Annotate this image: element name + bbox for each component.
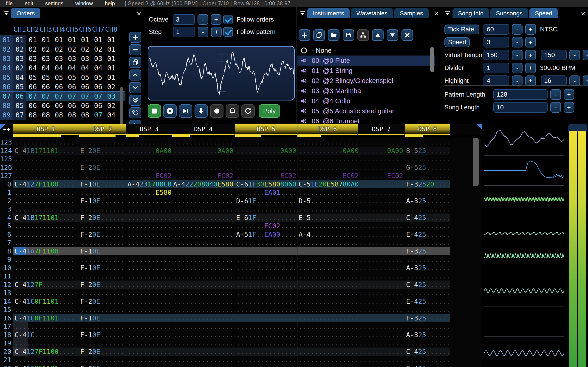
channel-header-1[interactable]: DSP 1 — [13, 124, 79, 134]
window-menu-icon[interactable] — [443, 9, 452, 18]
channel-header-5[interactable]: DSP 5 — [235, 124, 297, 134]
divider-input[interactable]: 1 — [484, 63, 509, 73]
orders-grid[interactable]: 00 CH1CH2CH3CH4CH5CH6CH7CH8 010101010101… — [0, 25, 125, 120]
pattern-row-14[interactable]: 14C-41C0F1101....F-20E..................… — [0, 297, 482, 306]
poly-mono-toggle-button[interactable]: Poly — [259, 104, 280, 118]
pattern-row-22[interactable]: 22C-41C0F1101....F-20E..................… — [0, 364, 482, 367]
record-button[interactable] — [210, 104, 224, 118]
duplicate-to-end-button[interactable] — [129, 95, 141, 106]
instrument-list[interactable]: - None -00: @0 Flute01: @1 String02: @2 … — [297, 45, 435, 126]
close-instruments-icon[interactable]: × — [432, 9, 441, 18]
instrument-item-02[interactable]: 02: @2 Blingy/Glockenspiel — [297, 76, 435, 86]
orders-row-06[interactable]: 060506060606060602 — [0, 82, 125, 92]
tab-samples[interactable]: Samples — [394, 8, 429, 18]
tab-instruments[interactable]: Instruments — [307, 8, 350, 18]
orders-row-02[interactable]: 020202020202020201 — [0, 44, 125, 54]
orders-row-03[interactable]: 030303030303030301 — [0, 54, 125, 63]
instrument-item-04[interactable]: 04: @4 Cello — [297, 96, 435, 106]
pattern-row-127[interactable]: 127.................................EC02… — [0, 172, 482, 180]
step-input[interactable]: 1 — [173, 27, 195, 37]
toggle-folders-button[interactable] — [357, 29, 369, 41]
orders-row-09[interactable]: 090708080808080704 — [0, 110, 125, 120]
pattern-length-increase-button[interactable]: + — [564, 89, 574, 100]
instrument-item-none[interactable]: - None - — [297, 45, 435, 56]
repeat-pattern-button[interactable] — [242, 104, 255, 118]
orders-row-07[interactable]: 070607070707070703 — [0, 92, 125, 101]
pattern-row-4[interactable]: 4C-41B171101....F-20E...................… — [0, 214, 482, 222]
pattern-editor[interactable]: ++ DSP 1DSP 2DSP 3DSP 4DSP 5DSP 6DSP 7DS… — [0, 124, 482, 367]
add-instrument-button[interactable] — [299, 29, 310, 41]
speed-input[interactable]: 3 — [484, 37, 509, 48]
tab-song-info[interactable]: Song Info — [452, 8, 489, 18]
deep-clone-button[interactable] — [129, 107, 141, 118]
pattern-row-3[interactable]: 3.......................................… — [0, 205, 482, 214]
pattern-row-5[interactable]: 5.......................................… — [0, 222, 482, 230]
tick-rate-increase-button[interactable]: + — [525, 24, 536, 35]
orders-row-01[interactable]: 010101010101010101 — [0, 35, 125, 44]
highlight-second-decrease-button[interactable]: - — [569, 75, 580, 86]
instrument-item-01[interactable]: 01: @1 String — [297, 66, 435, 76]
pattern-row-19[interactable]: 19......................................… — [0, 339, 482, 348]
pattern-row-7[interactable]: 7.......................................… — [0, 239, 482, 247]
instrument-list-scrollbar[interactable] — [430, 47, 434, 72]
pattern-row-124[interactable]: 124C-41B171101....E-20E.............0A00… — [0, 147, 482, 155]
pattern-row-2[interactable]: 2...............F-10E...................… — [0, 197, 482, 205]
follow-orders-checkbox[interactable] — [223, 15, 233, 24]
menu-window[interactable]: window — [69, 0, 99, 6]
menu-help[interactable]: help — [99, 0, 121, 6]
highlight-second-increase-button[interactable]: + — [583, 75, 588, 86]
stop-button[interactable] — [148, 104, 161, 118]
pattern-row-6[interactable]: 6...............F-20E...................… — [0, 230, 482, 239]
move-instrument-up-button[interactable] — [372, 29, 384, 41]
pattern-row-21[interactable]: 21......................................… — [0, 356, 482, 364]
speed-decrease-button[interactable]: - — [512, 37, 523, 48]
pattern-row-15[interactable]: 15......................................… — [0, 306, 482, 314]
remove-order-button[interactable] — [129, 44, 141, 55]
channel-header-6[interactable]: DSP 6 — [297, 124, 358, 134]
orders-row-05[interactable]: 050405050505050501 — [0, 73, 125, 82]
tick-rate-decrease-button[interactable]: - — [512, 24, 523, 35]
move-order-up-button[interactable] — [129, 69, 141, 81]
pattern-row-11[interactable]: 11......................................… — [0, 272, 482, 281]
pattern-row-18[interactable]: 18C-41C..........F-10E..................… — [0, 331, 482, 339]
step-increase-button[interactable]: + — [211, 27, 222, 37]
octave-increase-button[interactable]: + — [211, 14, 221, 25]
pattern-length-decrease-button[interactable]: - — [550, 89, 561, 100]
menu-edit[interactable]: edit — [19, 0, 39, 6]
close-orders-icon[interactable]: × — [134, 9, 144, 18]
virtual-tempo-denominator-input[interactable]: 150 — [541, 50, 567, 60]
pattern-row-10[interactable]: 10...............F-10E..................… — [0, 264, 482, 272]
tab-subsongs[interactable]: Subsongs — [490, 8, 528, 18]
follow-pattern-checkbox[interactable] — [223, 27, 233, 37]
highlight-first-decrease-button[interactable]: - — [512, 75, 523, 86]
pattern-row-20[interactable]: 20C-4127F1100....F-20E..................… — [0, 348, 482, 356]
octave-input[interactable]: 3 — [173, 14, 195, 25]
tick-rate-button[interactable]: Tick Rate — [444, 25, 479, 34]
speed-button[interactable]: Speed — [444, 37, 470, 47]
open-instrument-button[interactable] — [328, 29, 339, 41]
pattern-row-126[interactable]: 126...............E-20E.................… — [0, 163, 482, 172]
highlight-second-input[interactable]: 16 — [541, 75, 567, 86]
tick-rate-input[interactable]: 60 — [484, 24, 509, 35]
pattern-row-1[interactable]: 1.................................E580..… — [0, 188, 482, 197]
virtual-tempo-den-increase-button[interactable]: + — [583, 50, 588, 60]
highlight-first-increase-button[interactable]: + — [525, 75, 536, 86]
pattern-row-12[interactable]: 12C-4127F........F-20E..................… — [0, 281, 482, 289]
virtual-tempo-numerator-input[interactable]: 150 — [484, 50, 509, 60]
orders-row-08[interactable]: 080506060606060602 — [0, 101, 125, 110]
add-order-button[interactable] — [129, 32, 141, 43]
channel-header-3[interactable]: DSP 3 — [126, 124, 172, 134]
move-order-down-button[interactable] — [129, 82, 141, 93]
pattern-row-123[interactable]: 123.....................................… — [0, 138, 482, 147]
tab-speed[interactable]: Speed — [529, 8, 558, 18]
tab-orders[interactable]: Orders — [11, 8, 40, 18]
pattern-row-17[interactable]: 17......................................… — [0, 322, 482, 331]
virtual-tempo-num-decrease-button[interactable]: - — [512, 50, 523, 60]
menu-settings[interactable]: settings — [39, 0, 69, 6]
channel-header-7[interactable]: DSP 7 — [358, 124, 405, 134]
pattern-row-16[interactable]: 16C-41C0F1101....F-10E..................… — [0, 314, 482, 323]
duplicate-instrument-button[interactable] — [313, 29, 325, 41]
song-length-increase-button[interactable]: + — [564, 102, 574, 113]
channel-header-8[interactable]: DSP 8 — [405, 124, 450, 134]
window-menu-icon[interactable] — [1, 9, 11, 18]
